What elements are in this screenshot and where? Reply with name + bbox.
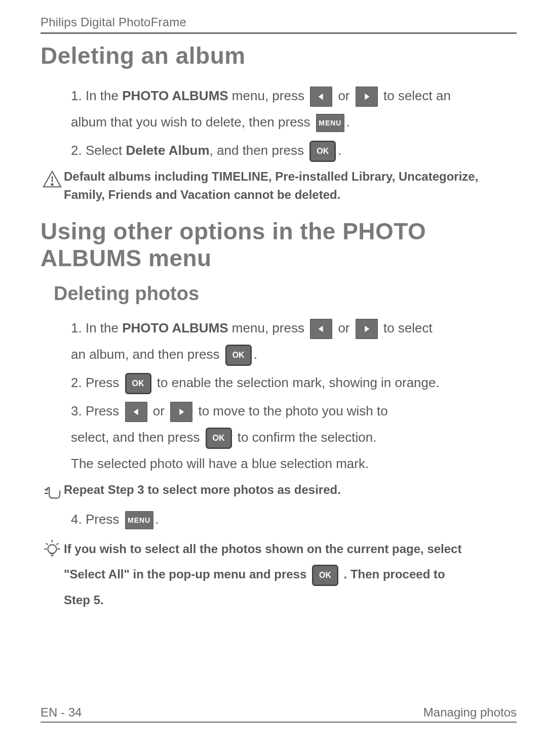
svg-marker-5 xyxy=(319,326,323,332)
warning-icon xyxy=(41,167,64,189)
footer: EN - 34 Managing photos xyxy=(41,705,517,723)
tip-note: If you wish to select all the photos sho… xyxy=(41,536,517,613)
warning-note: Default albums including TIMELINE, Pre-i… xyxy=(41,167,517,204)
ok-button-icon: OK xyxy=(125,373,151,394)
hand-pointer-icon xyxy=(41,481,64,502)
steps-delete-photos-cont: 4. Press MENU. xyxy=(41,506,517,532)
svg-marker-1 xyxy=(365,94,369,100)
svg-marker-6 xyxy=(365,326,369,332)
header-title: Philips Digital PhotoFrame xyxy=(41,15,517,34)
step-1: 1. In the PHOTO ALBUMS menu, press or to… xyxy=(71,82,517,135)
right-arrow-icon xyxy=(170,402,192,422)
left-arrow-icon xyxy=(125,402,147,422)
svg-marker-0 xyxy=(319,94,323,100)
lightbulb-icon xyxy=(41,536,64,558)
manual-page: Philips Digital PhotoFrame Deleting an a… xyxy=(0,0,547,756)
menu-button-icon: MENU xyxy=(316,114,344,132)
dp-step-3: 3. Press or to move to the photo you wis… xyxy=(71,398,517,477)
heading-deleting-album: Deleting an album xyxy=(41,42,517,69)
tip-text: If you wish to select all the photos sho… xyxy=(64,536,517,613)
ok-button-icon: OK xyxy=(225,345,252,366)
repeat-text: Repeat Step 3 to select more photos as d… xyxy=(64,481,517,499)
heading-deleting-photos: Deleting photos xyxy=(54,283,517,305)
right-arrow-icon xyxy=(356,87,378,107)
left-arrow-icon xyxy=(310,319,332,339)
left-arrow-icon xyxy=(310,87,332,107)
footer-page: EN - 34 xyxy=(41,705,82,720)
menu-button-icon: MENU xyxy=(125,511,153,529)
footer-section: Managing photos xyxy=(423,705,517,720)
heading-other-options: Using other options in the PHOTO ALBUMS … xyxy=(41,218,517,272)
step-2: 2. Select Delete Album, and then press O… xyxy=(71,137,517,163)
svg-marker-7 xyxy=(133,409,138,415)
dp-step-4: 4. Press MENU. xyxy=(71,506,517,532)
ok-button-icon: OK xyxy=(309,141,336,162)
svg-point-9 xyxy=(48,544,56,553)
dp-step-2: 2. Press OK to enable the selection mark… xyxy=(71,369,517,396)
ok-button-icon: OK xyxy=(206,428,232,449)
steps-delete-album: 1. In the PHOTO ALBUMS menu, press or to… xyxy=(41,82,517,163)
warning-text: Default albums including TIMELINE, Pre-i… xyxy=(64,167,517,204)
svg-point-4 xyxy=(51,184,53,185)
steps-delete-photos: 1. In the PHOTO ALBUMS menu, press or to… xyxy=(41,315,517,477)
right-arrow-icon xyxy=(356,319,378,339)
ok-button-icon: OK xyxy=(312,565,338,586)
svg-marker-8 xyxy=(180,409,184,415)
dp-step-1: 1. In the PHOTO ALBUMS menu, press or to… xyxy=(71,315,517,367)
repeat-note: Repeat Step 3 to select more photos as d… xyxy=(41,481,517,502)
